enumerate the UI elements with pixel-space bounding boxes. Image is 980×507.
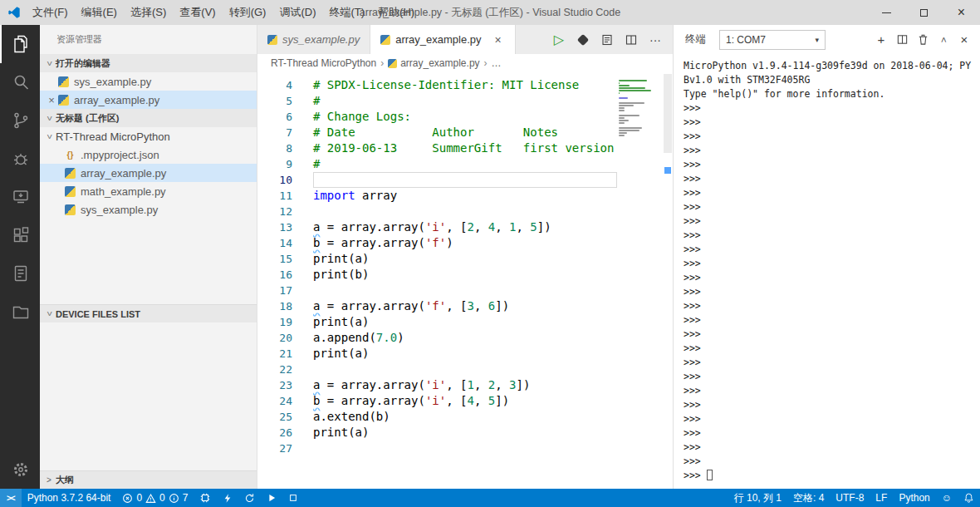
info-count: 7 bbox=[183, 492, 189, 504]
minimap[interactable] bbox=[617, 72, 663, 489]
notifications-bell-icon[interactable] bbox=[958, 489, 980, 507]
source-control-icon[interactable] bbox=[0, 101, 40, 140]
code-line[interactable]: 23a = array.array('i', [1, 2, 3]) bbox=[257, 377, 617, 393]
open-editor-item[interactable]: sys_example.py bbox=[40, 72, 257, 91]
terminal-tab[interactable]: 终端 bbox=[685, 32, 706, 47]
sync-button[interactable] bbox=[238, 489, 261, 507]
new-terminal-button[interactable]: + bbox=[872, 31, 890, 49]
workspace-tree: {}.mpyproject.jsonarray_example.pymath_e… bbox=[40, 145, 257, 219]
flash-download-button[interactable] bbox=[217, 489, 238, 507]
code-line[interactable]: 7# Date Author Notes bbox=[257, 125, 617, 140]
tree-item[interactable]: {}.mpyproject.json bbox=[40, 145, 257, 164]
board-button[interactable] bbox=[194, 489, 217, 507]
code-line[interactable]: 16print(b) bbox=[257, 267, 617, 283]
menu-item[interactable]: 文件(F) bbox=[26, 0, 75, 25]
code-line[interactable]: 20a.append(7.0) bbox=[257, 330, 617, 346]
tree-folder-rt-thread[interactable]: > RT-Thread MicroPython bbox=[40, 127, 257, 145]
breadcrumb-item[interactable]: RT-Thread MicroPython bbox=[271, 57, 376, 69]
explorer-sidebar: 资源管理器 > 打开的编辑器 sys_example.py×array_exam… bbox=[40, 25, 257, 489]
cursor-position[interactable]: 行 10, 列 1 bbox=[728, 489, 787, 507]
tree-item[interactable]: sys_example.py bbox=[40, 200, 257, 219]
debug-icon[interactable] bbox=[0, 140, 40, 178]
sidebar-flex-space bbox=[40, 322, 257, 470]
tab-array-example[interactable]: array_example.py × bbox=[370, 25, 515, 54]
more-actions-button[interactable]: ··· bbox=[644, 29, 666, 51]
split-terminal-button[interactable] bbox=[893, 31, 911, 49]
close-tab-icon[interactable]: × bbox=[492, 33, 505, 47]
eol-sequence[interactable]: LF bbox=[870, 489, 893, 507]
code-line[interactable]: 15print(a) bbox=[257, 251, 617, 267]
open-preview-button[interactable] bbox=[596, 29, 618, 51]
code-line[interactable]: 14b = array.array('f') bbox=[257, 235, 617, 251]
breadcrumb-item[interactable]: … bbox=[492, 57, 502, 69]
problems-indicator[interactable]: 0 0 7 bbox=[116, 489, 194, 507]
section-open-editors[interactable]: > 打开的编辑器 bbox=[40, 54, 257, 72]
language-mode[interactable]: Python bbox=[893, 489, 935, 507]
breadcrumb-separator: › bbox=[484, 57, 488, 69]
device-files-icon[interactable] bbox=[0, 293, 40, 331]
tree-item[interactable]: math_example.py bbox=[40, 182, 257, 200]
close-window-button[interactable]: × bbox=[943, 0, 980, 25]
code-line[interactable]: 19print(a) bbox=[257, 314, 617, 330]
code-line[interactable]: 10 bbox=[257, 172, 617, 188]
terminal-selector[interactable]: 1: COM7 ▾ bbox=[719, 30, 826, 50]
remote-indicator[interactable]: >< bbox=[0, 489, 22, 507]
feedback-smiley-icon[interactable]: ☺ bbox=[936, 489, 958, 507]
open-editor-item[interactable]: ×array_example.py bbox=[40, 91, 257, 109]
code-line[interactable]: 18a = array.array('f', [3, 6]) bbox=[257, 298, 617, 314]
code-line[interactable]: 13a = array.array('i', [2, 4, 1, 5]) bbox=[257, 219, 617, 235]
kill-terminal-button[interactable] bbox=[914, 31, 932, 49]
search-icon[interactable] bbox=[0, 63, 40, 101]
breadcrumb-item[interactable]: array_example.py bbox=[400, 57, 479, 69]
encoding[interactable]: UTF-8 bbox=[830, 489, 870, 507]
code-line[interactable]: 11import array bbox=[257, 188, 617, 204]
code-line[interactable]: 9# bbox=[257, 156, 617, 172]
code-line[interactable]: 27 bbox=[257, 441, 617, 456]
explorer-icon[interactable] bbox=[0, 25, 40, 63]
settings-gear-icon[interactable] bbox=[0, 450, 40, 489]
rt-thread-run-button[interactable] bbox=[572, 29, 594, 51]
code-text: # 2019-06-13 SummerGift first version bbox=[313, 140, 617, 156]
line-number: 17 bbox=[257, 283, 292, 298]
editor-scrollbar[interactable] bbox=[663, 72, 673, 489]
close-icon[interactable]: × bbox=[45, 94, 58, 106]
code-line[interactable]: 8# 2019-06-13 SummerGift first version bbox=[257, 140, 617, 156]
download-board-icon[interactable] bbox=[0, 178, 40, 216]
code-line[interactable]: 24b = array.array('i', [4, 5]) bbox=[257, 393, 617, 409]
python-file-icon bbox=[65, 186, 76, 197]
minimize-button[interactable] bbox=[868, 0, 905, 25]
maximize-panel-button[interactable]: > bbox=[934, 31, 953, 49]
code-line[interactable]: 5# bbox=[257, 93, 617, 109]
menu-item[interactable]: 选择(S) bbox=[124, 0, 173, 25]
section-device-files[interactable]: > DEVICE FILES LIST bbox=[40, 304, 257, 322]
code-lines[interactable]: 4# SPDX-License-Identifier: MIT License5… bbox=[257, 72, 617, 489]
section-outline[interactable]: > 大纲 bbox=[40, 470, 257, 489]
stop-program-button[interactable] bbox=[282, 489, 304, 507]
section-workspace[interactable]: > 无标题 (工作区) bbox=[40, 109, 257, 127]
scrollbar-thumb[interactable] bbox=[664, 74, 672, 153]
menu-item[interactable]: 查看(V) bbox=[173, 0, 222, 25]
code-line[interactable]: 25a.extend(b) bbox=[257, 409, 617, 425]
code-line[interactable]: 4# SPDX-License-Identifier: MIT License bbox=[257, 77, 617, 93]
close-panel-button[interactable]: × bbox=[955, 31, 973, 49]
split-editor-button[interactable] bbox=[620, 29, 642, 51]
code-line[interactable]: 6# Change Logs: bbox=[257, 109, 617, 125]
terminal-output[interactable]: MicroPython v1.9.4-114-g309fe39d on 2018… bbox=[674, 54, 980, 489]
extensions-icon[interactable] bbox=[0, 216, 40, 254]
code-line[interactable]: 26print(a) bbox=[257, 425, 617, 441]
code-line[interactable]: 21print(a) bbox=[257, 346, 617, 362]
menu-item[interactable]: 转到(G) bbox=[223, 0, 273, 25]
code-line[interactable]: 17 bbox=[257, 283, 617, 298]
maximize-button[interactable] bbox=[905, 0, 943, 25]
tree-item[interactable]: array_example.py bbox=[40, 164, 257, 182]
python-interpreter[interactable]: Python 3.7.2 64-bit bbox=[22, 489, 117, 507]
run-python-file-button[interactable]: ▷ bbox=[548, 29, 570, 51]
notes-icon[interactable] bbox=[0, 254, 40, 293]
code-line[interactable]: 12 bbox=[257, 204, 617, 219]
code-line[interactable]: 22 bbox=[257, 362, 617, 377]
tab-sys-example[interactable]: sys_example.py bbox=[257, 25, 370, 54]
indentation[interactable]: 空格: 4 bbox=[787, 489, 830, 507]
menu-item[interactable]: 调试(D) bbox=[272, 0, 322, 25]
menu-item[interactable]: 编辑(E) bbox=[75, 0, 124, 25]
run-program-button[interactable] bbox=[261, 489, 282, 507]
